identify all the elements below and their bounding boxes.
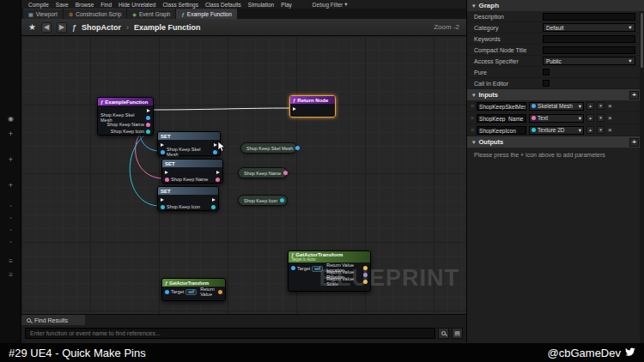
- access-specifier-dropdown[interactable]: Public ▾: [543, 57, 635, 65]
- details-section-graph[interactable]: ▾ Graph: [467, 0, 644, 11]
- breadcrumb-current[interactable]: Example Function: [134, 23, 201, 32]
- pin-exec-in[interactable]: [165, 171, 168, 174]
- breadcrumb-parent[interactable]: ShopActor: [82, 23, 121, 32]
- add-output-button[interactable]: +: [629, 138, 639, 147]
- pin-exec-out[interactable]: [216, 171, 220, 174]
- node-return[interactable]: ƒ Return Node: [289, 95, 336, 118]
- category-dropdown[interactable]: Default ▾: [543, 23, 635, 32]
- pin-shop-keep-icon[interactable]: Shop Keep Icon: [111, 128, 150, 135]
- debug-filter-dropdown[interactable]: Debug Filter ▾: [313, 1, 348, 8]
- node-example-function[interactable]: ƒ ExampleFunction Shop Keep Skel Mesh Sh…: [97, 97, 154, 136]
- node-get-shop-keep-name[interactable]: Shop Keep Name: [238, 167, 288, 178]
- pin-shop-keep-name[interactable]: Shop Keep Name: [107, 121, 150, 128]
- menu-item-save[interactable]: Save: [56, 2, 69, 8]
- node-set-icon[interactable]: SET Shop Keep Icon: [157, 186, 219, 211]
- input-type-dropdown[interactable]: Skeletal Mesh ▾: [529, 102, 584, 111]
- node-set-skel-mesh[interactable]: SET Shop Keep Skel Mesh: [157, 131, 221, 156]
- drag-handle-icon[interactable]: ≡: [471, 115, 474, 121]
- menu-item-simulation[interactable]: Simulation: [248, 2, 274, 8]
- call-in-editor-checkbox[interactable]: [543, 80, 550, 87]
- menu-item-compile[interactable]: Compile: [28, 2, 49, 8]
- inputs-section-header[interactable]: ▾ Inputs +: [467, 89, 644, 100]
- find-results-tab[interactable]: Find Results: [21, 315, 85, 325]
- tab-example-function[interactable]: ƒ Example Function: [176, 9, 236, 19]
- list-icon-2[interactable]: ≡: [0, 271, 21, 279]
- pin-value-out[interactable]: [280, 198, 284, 202]
- outputs-section-header[interactable]: ▾ Outputs +: [467, 136, 644, 148]
- tab-construction-script[interactable]: ⚙ Construction Scrip: [64, 9, 127, 19]
- outputs-title: Outputs: [479, 138, 504, 146]
- pin-value-in[interactable]: Shop Keep Name: [165, 177, 208, 182]
- menu-item-class-settings[interactable]: Class Settings: [162, 2, 198, 8]
- input-type-dropdown[interactable]: Texture 2D ▾: [529, 126, 584, 135]
- node-get-actor-transform[interactable]: ƒ GetActorTransform Target self Return V…: [161, 278, 226, 301]
- remove-input-button[interactable]: ×: [608, 126, 612, 134]
- favorite-star-icon[interactable]: ★: [28, 22, 36, 32]
- move-up-button[interactable]: ▲: [586, 114, 594, 122]
- input-name-field[interactable]: ShopKeepSkelMesh: [477, 102, 526, 111]
- input-name-field[interactable]: ShopKeep_Name: [477, 114, 526, 123]
- input-name-field[interactable]: ShopKeepIcon: [477, 126, 526, 135]
- pin-exec-in[interactable]: [293, 107, 296, 111]
- move-down-button[interactable]: ▼: [597, 102, 605, 110]
- pin-target[interactable]: Target self: [165, 289, 197, 295]
- pin-exec-out[interactable]: [212, 198, 216, 202]
- pure-checkbox[interactable]: [543, 69, 550, 75]
- move-down-button[interactable]: ▼: [597, 126, 605, 134]
- drag-handle-icon[interactable]: ≡: [471, 127, 474, 133]
- node-set-name[interactable]: SET Shop Keep Name: [161, 159, 223, 184]
- description-input[interactable]: [543, 13, 635, 21]
- move-up-button[interactable]: ▲: [586, 126, 594, 134]
- pin-value-out[interactable]: [295, 146, 300, 150]
- menu-item-find[interactable]: Find: [100, 2, 112, 8]
- find-results-title: Find Results: [34, 317, 68, 323]
- find-results-input[interactable]: [25, 328, 435, 339]
- add-button-3[interactable]: +: [0, 181, 21, 190]
- panel-icon-1[interactable]: ▫: [0, 202, 21, 208]
- keywords-input[interactable]: [543, 35, 635, 43]
- list-icon-1[interactable]: ≡: [0, 257, 21, 265]
- pin-value-out[interactable]: [283, 171, 288, 175]
- pin-value-out[interactable]: [211, 205, 216, 209]
- search-icon: [27, 318, 31, 323]
- pin-value-in[interactable]: Shop Keep Skel Mesh: [161, 147, 210, 157]
- pin-value-out[interactable]: [216, 178, 220, 182]
- compact-node-title-input[interactable]: [543, 46, 635, 54]
- panel-icon-2[interactable]: ▫: [0, 214, 21, 220]
- pin-label: Target: [171, 289, 184, 294]
- move-up-button[interactable]: ▲: [586, 102, 594, 110]
- menu-item-hide-unrelated[interactable]: Hide Unrelated: [118, 2, 155, 8]
- input-type-dropdown[interactable]: Text ▾: [529, 114, 584, 123]
- pin-exec-in[interactable]: [161, 198, 164, 202]
- blueprint-graph-canvas[interactable]: ƒ ExampleFunction Shop Keep Skel Mesh Sh…: [21, 36, 466, 314]
- pin-exec-out[interactable]: [147, 107, 150, 114]
- forward-button[interactable]: ▶: [57, 22, 67, 33]
- details-scrollbar[interactable]: [640, 11, 644, 343]
- input-row-icon: ≡ ShopKeepIcon Texture 2D ▾ ▲ ▼ ×: [467, 124, 644, 136]
- tab-event-graph[interactable]: ◆ Event Graph: [127, 9, 175, 19]
- tab-viewport[interactable]: ▦ Viewport: [23, 9, 63, 19]
- pin-value-in[interactable]: Shop Keep Icon: [161, 204, 200, 209]
- panel-icon-3[interactable]: ▫: [0, 226, 21, 232]
- pin-return-value[interactable]: Return Value: [200, 287, 222, 297]
- menu-item-play[interactable]: Play: [281, 2, 292, 8]
- add-button-2[interactable]: +: [0, 155, 21, 164]
- panel-icon-4[interactable]: ▫: [0, 238, 21, 244]
- add-button-1[interactable]: +: [0, 130, 21, 138]
- menu-item-class-defaults[interactable]: Class Defaults: [205, 2, 241, 8]
- input-type-value: Skeletal Mesh: [538, 103, 577, 109]
- remove-input-button[interactable]: ×: [608, 102, 612, 110]
- node-get-shop-keep-icon[interactable]: Shop Keep Icon: [238, 195, 288, 206]
- find-in-all-blueprints-button[interactable]: ▤: [452, 328, 463, 339]
- node-get-shop-keep-skel-mesh[interactable]: Shop Keep Skel Mesh: [240, 142, 297, 154]
- drag-handle-icon[interactable]: ≡: [471, 103, 474, 109]
- add-input-button[interactable]: +: [629, 91, 639, 100]
- menu-item-browse[interactable]: Browse: [76, 2, 94, 8]
- pin-shop-keep-skel-mesh[interactable]: Shop Keep Skel Mesh: [100, 114, 150, 121]
- find-in-blueprint-button[interactable]: [438, 328, 449, 339]
- zoom-level: Zoom -2: [434, 23, 459, 31]
- move-down-button[interactable]: ▼: [597, 114, 605, 122]
- remove-input-button[interactable]: ×: [608, 114, 612, 122]
- eye-icon[interactable]: ◉: [0, 115, 21, 123]
- back-button[interactable]: ◀: [41, 22, 52, 33]
